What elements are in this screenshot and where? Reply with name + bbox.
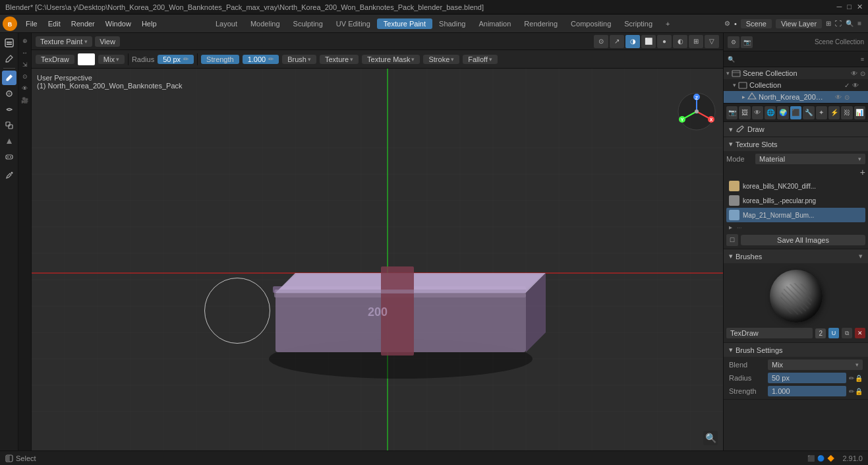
nav-icon-2[interactable]: ↔	[20, 47, 30, 58]
pi-physics[interactable]: ⚡	[828, 106, 840, 119]
workspace-uv-editing[interactable]: UV Editing	[330, 18, 377, 29]
vp-btn-3[interactable]: ◑	[625, 35, 640, 48]
bottom-icon-3[interactable]: 🔶	[827, 455, 834, 462]
zoom-in-btn[interactable]: 🔍	[703, 431, 718, 445]
radius-edit-icon[interactable]: ✏	[849, 375, 854, 382]
workspace-add[interactable]: +	[659, 18, 676, 29]
vp-btn-1[interactable]: ⊙	[594, 35, 608, 48]
fullscreen-icon[interactable]: ⛶	[835, 20, 842, 27]
layout-icon[interactable]: ⊞	[826, 20, 831, 27]
menu-file[interactable]: File	[21, 18, 42, 29]
texture-dropdown[interactable]: Texture ▾	[320, 55, 359, 64]
strength-value-bs[interactable]: 1.000	[768, 386, 846, 396]
menu-help[interactable]: Help	[137, 18, 161, 29]
strength-slider[interactable]: 1.000 ✏	[243, 55, 279, 64]
pi-view[interactable]: 👁	[752, 106, 763, 119]
bottom-icon-1[interactable]: ⬛	[807, 455, 815, 462]
color-swatch[interactable]	[78, 53, 95, 65]
pi-object[interactable]: ⬛	[790, 106, 801, 119]
tool-clone[interactable]	[2, 118, 16, 133]
pi-scene[interactable]: 🌐	[765, 106, 776, 119]
collection-checkbox[interactable]: ✓	[844, 82, 850, 89]
pi-data[interactable]: 📊	[854, 106, 865, 119]
stroke-dropdown[interactable]: Stroke ▾	[423, 55, 459, 64]
workspace-scripting[interactable]: Scripting	[618, 18, 659, 29]
tool-mode-icon[interactable]	[2, 36, 16, 50]
workspace-modeling[interactable]: Modeling	[244, 18, 287, 29]
vp-btn-2[interactable]: ↗	[610, 35, 624, 48]
menu-edit[interactable]: Edit	[43, 18, 65, 29]
pi-render[interactable]: 📷	[726, 106, 738, 119]
falloff-dropdown[interactable]: Falloff ▾	[463, 55, 498, 64]
collection-row[interactable]: ▾ Collection ✓ 👁	[724, 79, 868, 91]
object-row[interactable]: ▸ North_Korea_200_W 👁 ⊙	[724, 91, 868, 103]
tool-soften[interactable]	[2, 86, 16, 101]
save-all-btn[interactable]: Save All Images	[741, 235, 865, 245]
vp-btn-8[interactable]: ▽	[705, 35, 719, 48]
nav-icon-5[interactable]: 👁	[20, 83, 30, 94]
blender-logo[interactable]: B	[3, 16, 17, 31]
menu-window[interactable]: Window	[101, 18, 136, 29]
tool-brush-icon[interactable]	[2, 51, 16, 66]
view-selector[interactable]: View	[95, 36, 120, 47]
xyz-gizmo[interactable]: Z X Y	[677, 92, 716, 131]
collection-eye[interactable]: 👁	[852, 82, 859, 89]
minimize-btn[interactable]: ─	[837, 3, 842, 11]
nav-icon-6[interactable]: 🎥	[20, 95, 30, 106]
nav-icon-3[interactable]: ⇲	[20, 59, 30, 70]
tool-draw[interactable]	[2, 71, 16, 85]
texture-item-0[interactable]: korea_bills_NK200_diff...	[726, 179, 865, 193]
workspace-shading[interactable]: Shading	[432, 18, 472, 29]
engine-label[interactable]: •	[734, 20, 737, 28]
pi-constraints[interactable]: ⛓	[841, 106, 852, 119]
nav-icon-1[interactable]: ⊕	[20, 36, 30, 46]
workspace-compositing[interactable]: Compositing	[564, 18, 618, 29]
workspace-animation[interactable]: Animation	[472, 18, 517, 29]
prop-tab-render[interactable]: 📷	[741, 36, 753, 48]
save-all-checkbox[interactable]: ☐	[726, 234, 738, 246]
draw-header[interactable]: ▾ Draw	[724, 122, 868, 137]
view-layer-selector[interactable]: View Layer	[776, 19, 822, 28]
brush-settings-header[interactable]: ▾ Brush Settings	[724, 343, 868, 357]
brush-user-btn[interactable]: U	[828, 328, 839, 338]
filter-icon-top[interactable]: ≡	[857, 20, 861, 27]
radius-lock-icon[interactable]: 🔒	[855, 375, 863, 382]
scene-collection-row[interactable]: ▾ Scene Collection 👁 ⊙	[724, 67, 868, 79]
tool-annotate[interactable]	[2, 168, 16, 183]
texture-item-2[interactable]: Map_21_Normal_Bum...	[726, 208, 865, 222]
vp-btn-4[interactable]: ⬜	[641, 35, 656, 48]
outliner-filter[interactable]: ≡	[861, 56, 864, 63]
vp-btn-7[interactable]: ⊞	[689, 35, 703, 48]
brushes-header[interactable]: ▾ Brushes ▾	[724, 249, 868, 263]
strength-edit-icon[interactable]: ✏	[849, 388, 854, 395]
tool-mask[interactable]	[2, 150, 16, 164]
add-texture-btn[interactable]: +	[860, 167, 865, 177]
workspace-texture-paint[interactable]: Texture Paint	[377, 18, 432, 29]
pi-output[interactable]: 🖼	[739, 106, 750, 119]
scene-collection-eye[interactable]: 👁	[851, 70, 857, 77]
object-select[interactable]: ⊙	[844, 94, 850, 101]
pi-particles[interactable]: ✦	[816, 106, 827, 119]
scene-collection-vis[interactable]: ⊙	[860, 70, 865, 77]
tool-smear[interactable]	[2, 102, 16, 117]
brush-delete-btn[interactable]: ✕	[855, 328, 865, 338]
strength-lock-icon[interactable]: 🔒	[855, 388, 863, 395]
blend-dropdown[interactable]: Mix ▾	[98, 55, 125, 64]
pi-modifier[interactable]: 🔧	[803, 106, 814, 119]
blend-value-bs[interactable]: Mix ▾	[768, 359, 863, 370]
texture-slots-header[interactable]: ▾ Texture Slots	[724, 137, 868, 151]
maximize-btn[interactable]: □	[847, 3, 852, 11]
pi-world[interactable]: 🌍	[777, 106, 788, 119]
brushes-expand[interactable]: ▾	[859, 252, 863, 261]
brush-name-field[interactable]: TexDraw	[726, 328, 813, 338]
mode-value-ts[interactable]: Material ▾	[755, 154, 865, 164]
scene-selector[interactable]: Scene	[741, 19, 772, 28]
tool-fill[interactable]	[2, 134, 16, 148]
radius-value-bs[interactable]: 50 px	[768, 373, 846, 383]
menu-render[interactable]: Render	[67, 18, 100, 29]
texture-item-1[interactable]: korea_bills_.-pecular.png	[726, 193, 865, 208]
prop-tab-object-data[interactable]: ⚙	[728, 36, 739, 48]
bottom-icon-2[interactable]: 🔵	[817, 455, 825, 462]
viewport-canvas[interactable]: 200 User Perspective (1) North_Korea_200…	[32, 69, 723, 450]
workspace-sculpting[interactable]: Sculpting	[287, 18, 330, 29]
